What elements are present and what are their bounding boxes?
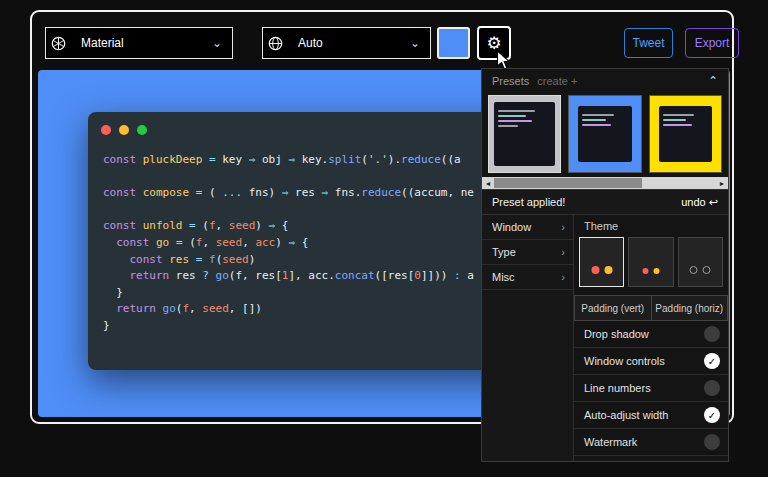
language-select-value: Auto [298,36,323,50]
preset-mini-window [659,106,712,162]
theme-icon-box [45,27,72,59]
window-controls [101,125,147,135]
toggle-label: Drop shadow [584,328,649,340]
chevron-right-icon: › [561,271,565,283]
preset-thumbnails [488,95,722,173]
scroll-left-icon[interactable]: ◄ [482,180,494,187]
preset-applied-row: Preset applied! undo ↩ [482,189,728,215]
presets-title: Presets [492,75,529,87]
menu-item-misc[interactable]: Misc › [482,265,573,290]
menu-item-type[interactable]: Type › [482,240,573,265]
padding-vert-button[interactable]: Padding (vert) [574,295,652,321]
window-controls-toggle[interactable]: ✓ [704,353,720,369]
minimize-dot-icon [119,125,129,135]
toggle-label: Auto-adjust width [584,409,668,421]
tweet-button[interactable]: Tweet [624,28,673,58]
language-select[interactable]: Auto ⌄ [288,27,431,59]
preset-mini-window [494,102,555,166]
ring-icon [703,266,711,274]
preset-mini-window [578,106,631,162]
background-color-swatch[interactable] [437,27,470,59]
settings-detail: Theme Padding (vert) Padding (horiz) Dro… [574,215,728,461]
menu-item-label: Type [492,246,516,258]
chevron-down-icon: ⌄ [212,38,222,48]
theme-select[interactable]: Material ⌄ [71,27,233,59]
collapse-chevron-icon[interactable]: ⌃ [708,74,718,88]
close-dot-icon [101,125,111,135]
preset-applied-text: Preset applied! [492,196,565,208]
mouse-cursor-icon [496,50,511,75]
toggle-label: Window controls [584,355,665,367]
line-numbers-toggle[interactable] [704,380,720,396]
dot-icon [653,268,659,274]
undo-link[interactable]: undo ↩ [681,196,718,209]
preset-create-link[interactable]: create + [537,75,577,87]
presets-scrollbar[interactable]: ◄ ► [482,177,728,189]
color-wheel-icon [51,36,66,51]
theme-select-value: Material [81,36,124,50]
window-theme-outline[interactable] [678,237,723,287]
chevron-down-icon: ⌄ [410,38,420,48]
presets-header: Presets create + ⌃ [482,69,728,93]
toggle-row-window-controls: Window controls ✓ [574,348,728,375]
window-theme-sharp[interactable] [628,237,673,287]
toggle-label: Watermark [584,436,637,448]
settings-menu: Window › Type › Misc › [482,215,574,461]
preset-thumb-2[interactable] [568,95,641,173]
dot-icon [642,268,648,274]
export-button[interactable]: Export [685,28,739,58]
dot-icon [604,266,612,274]
settings-panel: Presets create + ⌃ ◄ ► Preset applied! u… [481,68,729,462]
scrollbar-thumb[interactable] [494,178,642,188]
toggle-row-line-numbers: Line numbers [574,375,728,402]
dot-icon [591,266,599,274]
window-theme-rounded[interactable] [579,237,624,287]
ring-icon [690,266,698,274]
menu-item-label: Misc [492,271,515,283]
toggle-row-drop-shadow: Drop shadow [574,321,728,348]
globe-icon [268,36,283,51]
language-icon-box [262,27,289,59]
auto-adjust-width-toggle[interactable]: ✓ [704,407,720,423]
toggle-label: Line numbers [584,382,651,394]
maximize-dot-icon [137,125,147,135]
padding-buttons: Padding (vert) Padding (horiz) [574,295,728,321]
menu-item-label: Window [492,221,531,233]
toggle-row-auto-adjust-width: Auto-adjust width ✓ [574,402,728,429]
theme-section-label: Theme [574,215,728,237]
scroll-right-icon[interactable]: ► [716,180,728,187]
padding-horiz-button[interactable]: Padding (horiz) [652,295,729,321]
menu-item-window[interactable]: Window › [482,215,573,240]
window-theme-options [574,237,728,287]
preset-thumb-1[interactable] [488,95,561,173]
toggle-row-watermark: Watermark [574,429,728,456]
watermark-toggle[interactable] [704,434,720,450]
chevron-right-icon: › [561,246,565,258]
preset-thumb-3[interactable] [649,95,722,173]
drop-shadow-toggle[interactable] [704,326,720,342]
chevron-right-icon: › [561,221,565,233]
